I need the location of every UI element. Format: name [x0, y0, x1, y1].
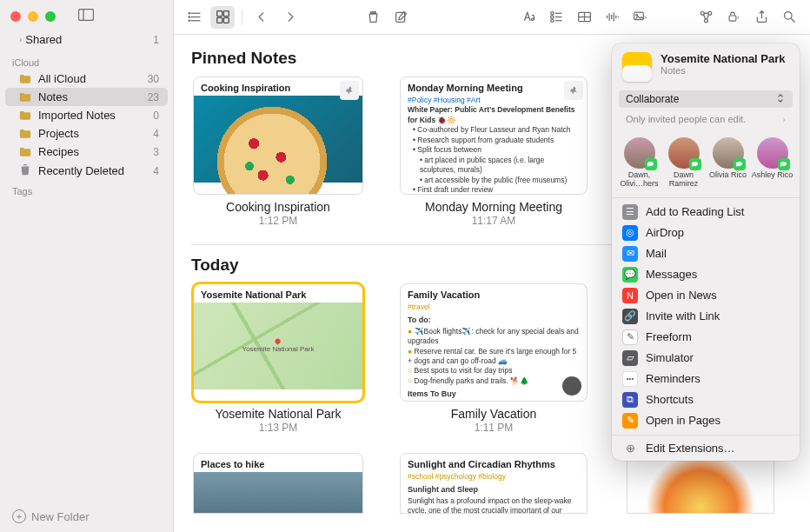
folder-icon — [19, 73, 33, 85]
sidebar-section-tags: Tags — [0, 181, 173, 198]
card-caption: Cooking Inspiration — [226, 200, 330, 214]
sidebar-item-recently-deleted[interactable]: Recently Deleted 4 — [5, 161, 168, 181]
share-edit-extensions[interactable]: ⊕Edit Extensions… — [612, 439, 800, 457]
card-title: Monday Morning Meeting — [401, 77, 587, 96]
svg-rect-9 — [223, 11, 229, 17]
card-time: 1:13 PM — [259, 422, 298, 434]
sidebar-item-count: 23 — [148, 91, 159, 103]
minimize-window-button[interactable] — [28, 11, 38, 22]
note-card-sunlight[interactable]: Sunlight and Circadian Rhythms #school #… — [400, 453, 588, 514]
sidebar-item-recipes[interactable]: Recipes 3 — [5, 143, 168, 161]
new-folder-button[interactable]: + New Folder — [0, 501, 173, 532]
share-action-freeform[interactable]: ✎Freeform — [612, 327, 800, 348]
card-thumbnail — [194, 96, 362, 183]
svg-rect-11 — [223, 17, 229, 23]
share-action-messages[interactable]: 💬Messages — [612, 264, 800, 285]
folder-icon — [19, 146, 33, 158]
avatar-icon — [757, 137, 788, 169]
plus-circle-icon: + — [12, 509, 26, 523]
forward-button[interactable] — [277, 6, 302, 29]
airdrop-icon: ◎ — [622, 225, 638, 241]
simulator-icon: ▱ — [622, 350, 638, 366]
svg-rect-8 — [216, 11, 222, 17]
share-permissions-row[interactable]: Only invited people can edit. › — [619, 111, 793, 127]
share-action-reading-list[interactable]: ☰Add to Reading List — [612, 202, 800, 223]
link-button[interactable] — [694, 6, 718, 29]
card-title: Yosemite National Park — [194, 284, 362, 303]
share-action-mail[interactable]: ✉Mail — [612, 243, 800, 264]
card-preview: #travel To do: ✈️Book flights✈️: check f… — [401, 303, 587, 402]
sidebar: › Shared 1 iCloud All iCloud 30 Notes 23… — [0, 0, 174, 532]
zoom-window-button[interactable] — [45, 11, 56, 22]
search-button[interactable] — [777, 6, 801, 29]
share-action-invite-link[interactable]: 🔗Invite with Link — [612, 306, 800, 327]
share-mode-selector[interactable]: Collaborate — [619, 90, 793, 108]
svg-point-7 — [189, 20, 189, 21]
back-button[interactable] — [249, 6, 274, 29]
share-action-airdrop[interactable]: ◎AirDrop — [612, 223, 800, 243]
chevron-right-icon: › — [782, 114, 786, 124]
card-caption: Monday Morning Meeting — [425, 200, 562, 214]
share-action-shortcuts[interactable]: ⧉Shortcuts — [612, 389, 800, 410]
svg-point-17 — [550, 19, 553, 22]
popover-subtitle: Notes — [661, 65, 786, 76]
reminders-icon: ••• — [622, 371, 638, 387]
chevron-icon: › — [19, 35, 22, 44]
lock-button[interactable] — [721, 6, 746, 29]
format-button[interactable] — [516, 6, 541, 29]
card-title: Family Vacation — [401, 284, 587, 303]
share-person[interactable]: Dawn Ramirez — [663, 137, 705, 189]
sidebar-item-imported[interactable]: Imported Notes 0 — [5, 106, 168, 124]
audio-button[interactable] — [600, 6, 624, 29]
note-card-cooking[interactable]: Cooking Inspiration — [193, 76, 363, 195]
share-person[interactable]: Ashley Rico — [752, 137, 793, 189]
sidebar-item-label: Recipes — [38, 145, 79, 158]
checklist-button[interactable] — [544, 6, 568, 29]
folder-icon — [19, 128, 33, 140]
svg-rect-10 — [216, 17, 222, 23]
note-card-yosemite[interactable]: Yosemite National Park Yosemite National… — [193, 283, 363, 402]
share-action-simulator[interactable]: ▱Simulator — [612, 348, 800, 369]
sidebar-item-label: Notes — [38, 90, 68, 103]
note-card-supernovae[interactable] — [627, 453, 774, 514]
close-window-button[interactable] — [10, 11, 21, 22]
card-preview: #school #psychology #biology Sunlight an… — [401, 472, 587, 514]
pin-icon — [564, 81, 583, 100]
note-card-family-vacation[interactable]: Family Vacation #travel To do: ✈️Book fl… — [400, 283, 588, 402]
sidebar-item-count: 4 — [153, 128, 159, 140]
share-actions-list: ☰Add to Reading List ◎AirDrop ✉Mail 💬Mes… — [612, 198, 800, 435]
note-card-places-to-hike[interactable]: Places to hike — [193, 453, 363, 514]
messages-badge-icon — [778, 158, 790, 170]
card-map-thumbnail: Yosemite National Park — [194, 303, 362, 389]
card-title: Sunlight and Circadian Rhythms — [401, 454, 587, 472]
toggle-sidebar-button[interactable] — [78, 9, 94, 23]
media-button[interactable] — [627, 6, 652, 29]
sidebar-item-projects[interactable]: Projects 4 — [5, 124, 168, 143]
note-app-icon — [622, 52, 652, 82]
list-view-button[interactable] — [183, 6, 207, 29]
share-people-row: Dawn, Olivi…hers Dawn Ramirez Olivia Ric… — [612, 134, 800, 197]
freeform-icon: ✎ — [622, 329, 638, 345]
share-mode-label: Collaborate — [626, 93, 679, 105]
svg-point-34 — [784, 12, 792, 19]
share-action-pages[interactable]: ✎Open in Pages — [612, 410, 800, 431]
folder-icon — [19, 110, 33, 122]
extensions-icon: ⊕ — [622, 442, 638, 455]
sidebar-item-all-icloud[interactable]: All iCloud 30 — [5, 70, 168, 88]
avatar-icon — [668, 137, 700, 169]
new-note-button[interactable] — [388, 6, 413, 29]
share-button[interactable] — [749, 6, 773, 29]
share-person[interactable]: Dawn, Olivi…hers — [619, 137, 661, 189]
grid-view-button[interactable] — [210, 6, 235, 29]
delete-button[interactable] — [361, 6, 385, 29]
card-time: 11:17 AM — [472, 215, 516, 227]
sidebar-item-notes[interactable]: Notes 23 — [5, 88, 168, 106]
popover-title: Yosemite National Park — [661, 52, 786, 65]
note-card-monday-meeting[interactable]: Monday Morning Meeting #Policy #Housing … — [400, 76, 588, 195]
share-action-news[interactable]: NOpen in News — [612, 285, 800, 306]
table-button[interactable] — [572, 6, 596, 29]
share-action-reminders[interactable]: •••Reminders — [612, 369, 800, 389]
sidebar-section-icloud: iCloud — [0, 52, 173, 70]
sidebar-item-shared[interactable]: › Shared 1 — [5, 30, 168, 49]
share-person[interactable]: Olivia Rico — [707, 137, 749, 189]
